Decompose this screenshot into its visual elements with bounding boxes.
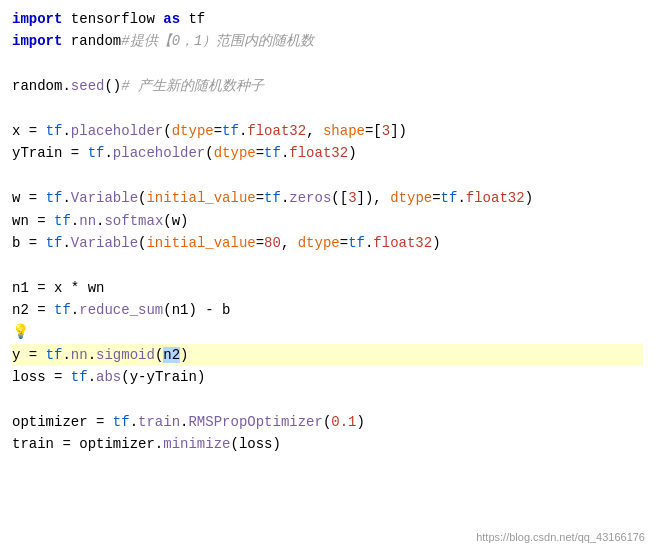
comment-2: # 产生新的随机数种子 bbox=[121, 78, 264, 94]
code-line-13: n1 = x * wn bbox=[12, 277, 643, 299]
code-line-2: import random#提供【0，1）范围内的随机数 bbox=[12, 30, 643, 52]
code-line-19: optimizer = tf.train.RMSPropOptimizer(0.… bbox=[12, 411, 643, 433]
code-line-15: 💡 bbox=[12, 321, 643, 343]
watermark: https://blog.csdn.net/qq_43166176 bbox=[476, 529, 645, 547]
code-editor: import tensorflow as tf import random#提供… bbox=[0, 0, 655, 553]
code-line-14: n2 = tf.reduce_sum(n1) - b bbox=[12, 299, 643, 321]
code-line-1: import tensorflow as tf bbox=[12, 8, 643, 30]
code-line-17: loss = tf.abs(y-yTrain) bbox=[12, 366, 643, 388]
code-line-18 bbox=[12, 389, 643, 411]
keyword-import: import bbox=[12, 11, 62, 27]
code-line-6: x = tf.placeholder(dtype=tf.float32, sha… bbox=[12, 120, 643, 142]
code-line-20: train = optimizer.minimize(loss) bbox=[12, 433, 643, 455]
code-line-12 bbox=[12, 254, 643, 276]
selected-text-n2: n2 bbox=[163, 347, 180, 363]
code-line-7: yTrain = tf.placeholder(dtype=tf.float32… bbox=[12, 142, 643, 164]
keyword-import2: import bbox=[12, 33, 62, 49]
code-line-8 bbox=[12, 165, 643, 187]
code-line-5 bbox=[12, 98, 643, 120]
comment-1: #提供【0，1）范围内的随机数 bbox=[121, 33, 314, 49]
bulb-icon: 💡 bbox=[12, 321, 29, 343]
code-line-16-highlighted: y = tf.nn.sigmoid(n2) bbox=[12, 344, 643, 366]
code-line-4: random.seed()# 产生新的随机数种子 bbox=[12, 75, 643, 97]
code-line-10: wn = tf.nn.softmax(w) bbox=[12, 210, 643, 232]
code-line-9: w = tf.Variable(initial_value=tf.zeros([… bbox=[12, 187, 643, 209]
code-line-3 bbox=[12, 53, 643, 75]
code-line-11: b = tf.Variable(initial_value=80, dtype=… bbox=[12, 232, 643, 254]
